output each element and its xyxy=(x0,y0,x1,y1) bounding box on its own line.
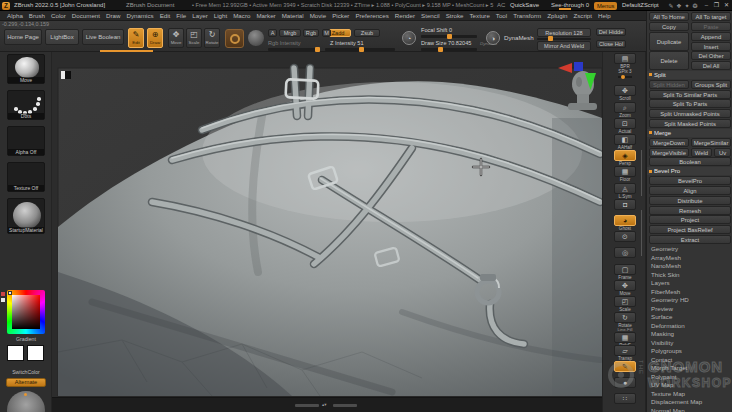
zoom-button[interactable]: ⌕Zoom xyxy=(614,102,636,118)
all-to-target-button[interactable]: All To target xyxy=(691,12,731,21)
mode-button-rgb[interactable]: Rgb xyxy=(303,29,319,37)
section-displacement-map[interactable]: Displacement Map xyxy=(651,398,702,405)
all-to-home-button[interactable]: All To Home xyxy=(649,12,689,21)
menu-marker[interactable]: Marker xyxy=(253,11,278,21)
titlebar-tool-icon-2[interactable]: ❖ xyxy=(675,2,683,10)
delete-button[interactable]: Delete xyxy=(649,51,689,70)
menu-texture[interactable]: Texture xyxy=(467,11,493,21)
spix-button[interactable]: SPix 3 xyxy=(614,69,636,78)
menu-document[interactable]: Document xyxy=(69,11,103,21)
mirror-and-weld-button[interactable]: Mirror And Weld xyxy=(537,41,591,51)
menu-preferences[interactable]: Preferences xyxy=(352,11,391,21)
project-basrelief-button[interactable]: Project BasRelief xyxy=(649,225,731,234)
menu-file[interactable]: File xyxy=(173,11,189,21)
mergevisible-button[interactable]: MergeVisible xyxy=(649,148,689,157)
scrollbar-left-handle[interactable] xyxy=(295,404,319,407)
mergesimilar-button[interactable]: MergeSimilar xyxy=(691,138,731,147)
del-hidden-button[interactable]: Del Hidde xyxy=(596,28,626,36)
quicksave-button[interactable]: QuickSave xyxy=(510,0,539,11)
lightbox-button[interactable]: LightBox xyxy=(45,29,79,45)
menu-zplugin[interactable]: Zplugin xyxy=(544,11,570,21)
draw-size-slider[interactable] xyxy=(421,48,477,51)
rotate3d-button[interactable]: ↻Rotate xyxy=(614,312,636,328)
section-polygroups[interactable]: Polygroups xyxy=(651,347,682,354)
menu-zscript[interactable]: Zscript xyxy=(570,11,595,21)
titlebar-tool-icon-3[interactable]: ✦ xyxy=(683,2,691,10)
menu-edit[interactable]: Edit xyxy=(157,11,174,21)
section-contact[interactable]: Contact xyxy=(651,356,672,363)
duplicate-button[interactable]: Duplicate xyxy=(649,32,689,51)
shelf-mini-slider-2[interactable] xyxy=(641,210,642,256)
spix-slider[interactable] xyxy=(618,76,632,78)
menu-color[interactable]: Color xyxy=(48,11,69,21)
tray-thumb-dots[interactable]: Dots xyxy=(7,90,45,120)
weld-button[interactable]: Weld xyxy=(691,148,712,157)
extract-button[interactable]: Extract xyxy=(649,235,731,244)
menu-light[interactable]: Light xyxy=(211,11,230,21)
section-layers[interactable]: Layers xyxy=(651,279,670,286)
close-holes-button[interactable]: Close Hol xyxy=(596,40,626,48)
dynamesh-dial-icon[interactable]: ◑ xyxy=(486,31,500,45)
section-masking[interactable]: Masking xyxy=(651,330,674,337)
home-page-button[interactable]: Home Page xyxy=(4,29,42,45)
resolution-track[interactable] xyxy=(537,38,591,41)
draw-mode-button[interactable]: ⊕ Draw xyxy=(147,28,163,48)
align-button[interactable]: Align xyxy=(649,186,731,195)
split-section-header[interactable]: Split xyxy=(647,71,732,79)
split-to-parts-button[interactable]: Split To Parts xyxy=(649,99,731,108)
focal-shift-slider[interactable] xyxy=(421,35,477,38)
menu-help[interactable]: Help xyxy=(595,11,614,21)
section-preview[interactable]: Preview xyxy=(651,305,673,312)
groups-split-button[interactable]: Groups Split xyxy=(691,80,731,89)
split-masked-points-button[interactable]: Split Masked Points xyxy=(649,119,731,128)
mergedown-button[interactable]: MergeDown xyxy=(649,138,689,147)
focal-shift-dial-icon[interactable]: ◔ xyxy=(402,31,416,45)
boolean-button[interactable]: Boolean xyxy=(649,157,731,166)
current-material-button[interactable] xyxy=(248,30,264,46)
xpose-button[interactable]: ⊙ xyxy=(614,231,636,242)
scrollbar-right-handle[interactable] xyxy=(333,404,357,407)
see-through-slider[interactable]: See-through 0 xyxy=(551,0,589,11)
tray-thumb-alpha-off[interactable]: Alpha Off xyxy=(7,126,45,156)
bevelpro-button[interactable]: BevelPro xyxy=(649,176,731,185)
insert-button[interactable]: Insert xyxy=(691,42,731,51)
alternate-button[interactable]: Alternate xyxy=(6,378,46,387)
menu-brush[interactable]: Brush xyxy=(26,11,48,21)
persp-button[interactable]: ◈Persp xyxy=(614,150,636,166)
ghost-button[interactable]: ◕Ghost xyxy=(614,215,636,231)
rgb-intensity-slider[interactable] xyxy=(268,48,320,51)
live-boolean-button[interactable]: Live Boolean xyxy=(82,29,124,45)
merge-section-header[interactable]: Merge xyxy=(647,129,732,137)
menus-button[interactable]: Menus xyxy=(594,2,617,10)
zsub-button[interactable]: Zsub xyxy=(354,29,380,37)
main-color-swatch[interactable] xyxy=(7,345,24,361)
scroll-button[interactable]: ✥Scroll xyxy=(614,85,636,101)
section-deformation[interactable]: Deformation xyxy=(651,322,685,329)
menu-macro[interactable]: Macro xyxy=(230,11,253,21)
copy-button[interactable]: Copy xyxy=(649,22,689,31)
bpr-button[interactable]: ▤BPR xyxy=(614,53,636,69)
menu-render[interactable]: Render xyxy=(392,11,418,21)
mode-button-a[interactable]: A xyxy=(268,29,277,37)
rotate-mode-button[interactable]: ↻ Rotate xyxy=(204,28,220,48)
scale3d-button[interactable]: ◰Scale xyxy=(614,296,636,312)
tray-thumb-texture-off[interactable]: Texture Off xyxy=(7,162,45,192)
section-uv-map[interactable]: UV Map xyxy=(651,381,673,388)
scale-mode-button[interactable]: ◰ Scale xyxy=(186,28,202,48)
remesh-button[interactable]: Remesh xyxy=(649,206,731,215)
actual-button[interactable]: ⊡Actual xyxy=(614,118,636,134)
edit-mode-button[interactable]: ✎ Edit xyxy=(128,28,144,48)
move-mode-button[interactable]: ✥ Move xyxy=(168,28,184,48)
titlebar-tool-icon-4[interactable]: ❂ xyxy=(691,2,699,10)
shelf-mini-slider-1[interactable] xyxy=(641,150,642,196)
mode-button-m[interactable]: M xyxy=(322,29,331,37)
floor-button[interactable]: ▦Floor xyxy=(614,166,636,182)
menu-picker[interactable]: Picker xyxy=(329,11,352,21)
split-unmasked-points-button[interactable]: Split Unmasked Points xyxy=(649,109,731,118)
canvas-scrollbar[interactable]: ▴▾ xyxy=(295,403,359,408)
titlebar-tool-icon-1[interactable]: ✎ xyxy=(667,2,675,10)
section-arraymesh[interactable]: ArrayMesh xyxy=(651,254,681,261)
current-brush-button[interactable] xyxy=(225,29,244,48)
section-morph-target[interactable]: Morph Target xyxy=(651,364,687,371)
tray-thumb-move[interactable]: Move xyxy=(7,54,45,84)
